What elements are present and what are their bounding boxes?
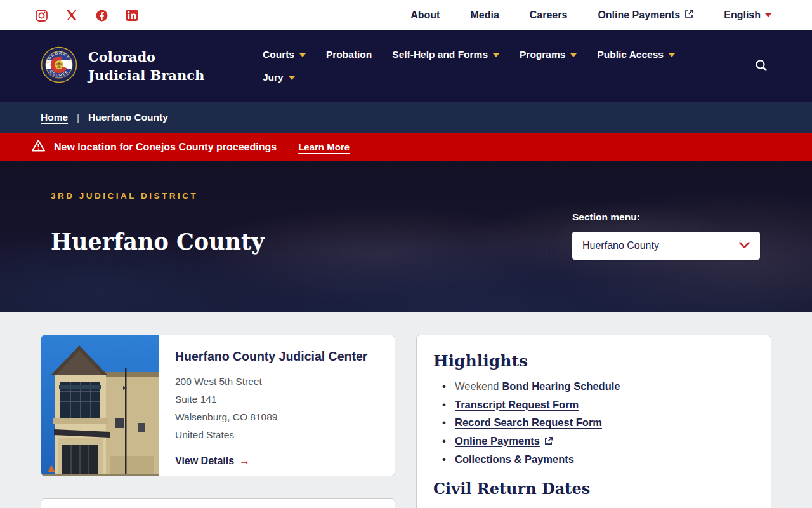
nav-item-label: Programs	[520, 49, 565, 60]
x-twitter-icon[interactable]	[66, 10, 77, 21]
hero-banner: 3RD JUDICIAL DISTRICT Huerfano County Se…	[0, 161, 812, 312]
view-details-label: View Details	[175, 455, 234, 467]
search-button[interactable]	[751, 55, 771, 77]
section-menu: Section menu: Huerfano County	[572, 211, 760, 260]
address-line: Suite 141	[175, 391, 367, 408]
caret-down-icon	[299, 53, 306, 57]
language-label: English	[724, 10, 761, 21]
main-content: Huerfano County Judicial Center 200 West…	[0, 312, 812, 508]
highlights-list: WeekendBond Hearing Schedule Transcript …	[442, 380, 754, 465]
location-info: Huerfano County Judicial Center 200 West…	[159, 335, 384, 476]
section-menu-label: Section menu:	[572, 211, 760, 223]
facebook-icon[interactable]	[96, 10, 108, 22]
next-card-partial	[41, 498, 395, 508]
search-icon	[755, 64, 768, 74]
caret-down-icon	[765, 13, 771, 17]
item-prefix: Weekend	[455, 380, 499, 392]
external-link-icon	[544, 436, 553, 447]
building-photo	[41, 335, 159, 476]
topbar-link-online-payments[interactable]: Online Payments	[598, 10, 693, 21]
highlights-heading: Highlights	[433, 352, 754, 370]
brand[interactable]: COLORADO COURTS Colorado Judicial Branch	[41, 46, 250, 86]
social-links	[36, 10, 138, 22]
nav-item-label: Self-Help and Forms	[392, 49, 488, 60]
location-card: Huerfano County Judicial Center 200 West…	[41, 335, 395, 476]
record-search-request-form-link[interactable]: Record Search Request Form	[455, 417, 602, 428]
online-payments-label: Online Payments	[598, 10, 680, 21]
caret-down-icon	[493, 53, 499, 57]
location-title: Huerfano County Judicial Center	[175, 349, 367, 364]
nav-item-label: Jury	[263, 72, 284, 83]
section-menu-value: Huerfano County	[582, 240, 659, 251]
breadcrumb-home-link[interactable]: Home	[41, 112, 68, 123]
topbar-link-careers[interactable]: Careers	[530, 10, 568, 21]
alert-learn-more-link[interactable]: Learn More	[298, 142, 350, 152]
left-column: Huerfano County Judicial Center 200 West…	[41, 335, 395, 508]
caret-down-icon	[669, 53, 675, 57]
arrow-right-icon: →	[239, 455, 250, 467]
hero-text: 3RD JUDICIAL DISTRICT Huerfano County	[51, 191, 265, 255]
nav-item-programs[interactable]: Programs	[520, 49, 577, 60]
nav-item-label: Public Access	[597, 49, 664, 60]
nav-item-jury[interactable]: Jury	[263, 72, 307, 83]
external-link-icon	[684, 10, 693, 21]
section-menu-dropdown[interactable]: Huerfano County	[572, 232, 760, 260]
alert-message: New location for Conejos County proceedi…	[54, 142, 277, 153]
transcript-request-form-link[interactable]: Transcript Request Form	[455, 399, 579, 410]
online-payments-link[interactable]: Online Payments	[455, 435, 540, 446]
caret-down-icon	[570, 53, 577, 57]
view-details-link[interactable]: View Details →	[175, 455, 250, 467]
list-item: Online Payments	[442, 435, 754, 448]
topbar-link-media[interactable]: Media	[470, 10, 499, 21]
top-utility-bar: About Media Careers Online Payments Engl…	[0, 0, 812, 30]
court-seal-logo: COLORADO COURTS	[41, 46, 77, 86]
list-item: Collections & Payments	[442, 453, 754, 465]
site-title: Colorado Judicial Branch	[88, 48, 209, 84]
list-item: WeekendBond Hearing Schedule	[442, 380, 754, 392]
breadcrumb: Home | Huerfano County	[0, 102, 812, 133]
caret-down-icon	[289, 76, 295, 80]
bond-hearing-schedule-link[interactable]: Bond Hearing Schedule	[502, 380, 620, 392]
address-line: 200 West 5th Street	[175, 373, 367, 391]
page-title: Huerfano County	[51, 229, 265, 255]
breadcrumb-current: Huerfano County	[88, 112, 168, 123]
district-eyebrow: 3RD JUDICIAL DISTRICT	[51, 191, 265, 201]
chevron-down-icon	[739, 240, 750, 251]
list-item: Record Search Request Form	[442, 417, 754, 429]
alert-banner: New location for Conejos County proceedi…	[0, 133, 812, 161]
instagram-icon[interactable]	[36, 10, 48, 22]
address-line: United States	[175, 426, 367, 444]
breadcrumb-separator: |	[77, 112, 79, 123]
highlights-card: Highlights WeekendBond Hearing Schedule …	[416, 335, 771, 508]
list-item: Transcript Request Form	[442, 399, 754, 411]
nav-menu: Courts Probation Self-Help and Forms Pro…	[263, 49, 728, 83]
linkedin-icon[interactable]	[126, 10, 138, 21]
civil-return-dates-heading: Civil Return Dates	[433, 479, 754, 498]
location-address: 200 West 5th Street Suite 141 Walsenburg…	[175, 373, 367, 444]
topbar-links: About Media Careers Online Payments Engl…	[410, 10, 771, 21]
language-selector[interactable]: English	[724, 10, 771, 21]
warning-icon	[32, 140, 45, 154]
topbar-link-about[interactable]: About	[410, 10, 440, 21]
collections-payments-link[interactable]: Collections & Payments	[455, 453, 574, 465]
nav-item-courts[interactable]: Courts	[263, 49, 306, 60]
nav-item-probation[interactable]: Probation	[326, 49, 372, 60]
main-navigation: COLORADO COURTS Colorado Judicial Branch…	[0, 30, 812, 102]
nav-item-public-access[interactable]: Public Access	[597, 49, 675, 60]
nav-item-self-help[interactable]: Self-Help and Forms	[392, 49, 499, 60]
address-line: Walsenburg, CO 81089	[175, 408, 367, 426]
nav-item-label: Probation	[326, 49, 372, 60]
nav-item-label: Courts	[263, 49, 294, 60]
